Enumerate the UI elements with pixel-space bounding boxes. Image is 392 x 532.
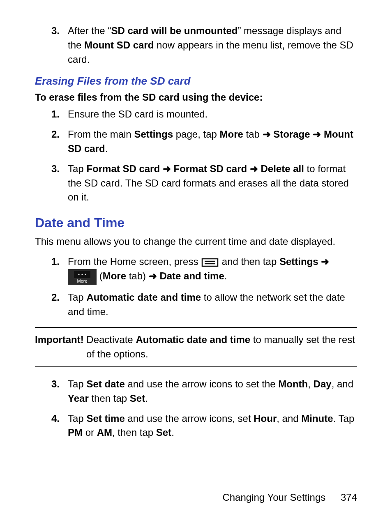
arrow-icon: ➜ (321, 256, 329, 267)
page-number: 374 (341, 492, 357, 503)
menu-icon (201, 258, 219, 267)
step-number: 3. (35, 377, 68, 392)
section-title: Changing Your Settings (222, 492, 325, 503)
step-text: Tap Set time and use the arrow icons, se… (68, 412, 357, 440)
step-text: Ensure the SD card is mounted. (68, 107, 208, 122)
more-tab-icon: More (68, 269, 97, 285)
list-item: 4. Tap Set time and use the arrow icons,… (35, 412, 357, 440)
heading-date-time: Date and Time (35, 215, 357, 230)
arrow-icon: ➜ (163, 163, 171, 174)
manual-page: 3. After the “SD card will be unmounted”… (0, 0, 392, 532)
important-label: Important! (35, 334, 86, 345)
important-note: Important! Deactivate Automatic date and… (35, 327, 357, 367)
list-item: 3. Tap Format SD card ➜ Format SD card ➜… (35, 162, 357, 205)
step-number: 2. (35, 127, 68, 142)
list-item: 3. After the “SD card will be unmounted”… (35, 24, 357, 67)
svg-point-7 (81, 274, 83, 275)
svg-text:More: More (77, 279, 87, 283)
list-item: 2. From the main Settings page, tap More… (35, 127, 357, 156)
arrow-icon: ➜ (149, 270, 157, 281)
step-number: 1. (35, 255, 68, 269)
arrow-icon: ➜ (250, 163, 258, 174)
step-text: After the “SD card will be unmounted” me… (68, 24, 357, 67)
step-number: 1. (35, 107, 68, 122)
list-item: 1. From the Home screen, press and then … (35, 255, 357, 285)
list-item: 1. Ensure the SD card is mounted. (35, 107, 357, 122)
step-number: 2. (35, 290, 68, 305)
intro-text: This menu allows you to change the curre… (35, 235, 357, 249)
step-number: 3. (35, 162, 68, 176)
intro-text: To erase files from the SD card using th… (35, 92, 357, 103)
step-text: Tap Format SD card ➜ Format SD card ➜ De… (68, 162, 357, 205)
step-text: Tap Automatic date and time to allow the… (68, 290, 357, 319)
step-number: 4. (35, 412, 68, 426)
list-item: 2. Tap Automatic date and time to allow … (35, 290, 357, 319)
arrow-icon: ➜ (313, 129, 321, 140)
arrow-icon: ➜ (263, 129, 271, 140)
step-number: 3. (35, 24, 68, 38)
step-text: Tap Set date and use the arrow icons to … (68, 377, 357, 406)
svg-point-6 (78, 274, 79, 275)
step-text: From the main Settings page, tap More ta… (68, 127, 357, 156)
subheading-erasing: Erasing Files from the SD card (35, 75, 357, 88)
list-item: 3. Tap Set date and use the arrow icons … (35, 377, 357, 406)
svg-rect-1 (202, 259, 218, 266)
page-footer: Changing Your Settings 374 (222, 492, 357, 503)
step-text: From the Home screen, press and then tap… (68, 255, 357, 285)
svg-point-8 (85, 274, 86, 275)
